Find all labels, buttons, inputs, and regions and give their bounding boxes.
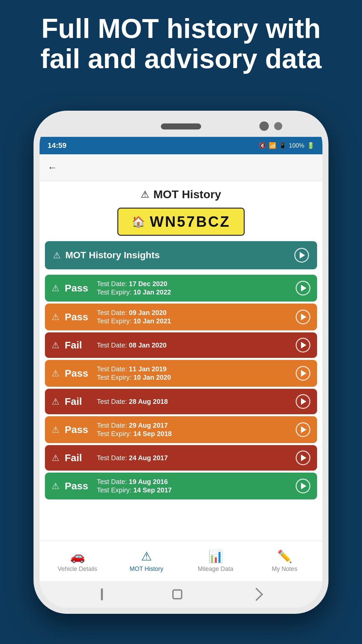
nav-icon-vehicle-details: 🚗 [70,549,85,564]
mot-hazard-icon: ⚠ [52,425,59,435]
nav-item-vehicle-details[interactable]: 🚗Vehicle Details [43,549,112,573]
nav-icon-my-notes: ✏️ [277,549,292,564]
mot-result-label: Fail [65,339,92,351]
mot-row-play-button[interactable] [296,422,310,437]
battery-icon: 🔋 [307,142,314,149]
mot-hazard-icon: ⚠ [52,481,59,491]
screen-content: ⚠ MOT History 🏠 WN57BCZ ⚠ MOT History In… [40,181,322,541]
nav-icon-mileage-data: 📊 [208,549,223,564]
front-camera [259,121,269,131]
nav-label-mileage-data: Mileage Data [198,566,233,573]
speaker [161,123,201,129]
front-camera2 [274,122,282,130]
mot-expiry-date: Test Expiry: 14 Sep 2018 [97,430,172,438]
mot-result-label: Pass [65,480,92,492]
wifi-icon: 📶 [269,142,276,149]
garage-icon: 🏠 [132,215,145,228]
insights-hazard-icon: ⚠ [53,250,61,261]
license-plate: 🏠 WN57BCZ [117,208,245,236]
nav-item-my-notes[interactable]: ✏️My Notes [250,549,319,573]
mot-test-date: Test Date: 28 Aug 2018 [97,398,168,406]
mot-result-label: Pass [65,424,92,435]
nav-icon-mot-history: ⚠ [141,549,152,564]
mot-result-label: Fail [65,396,92,407]
signal-icon: 📱 [279,142,286,149]
mot-test-date: Test Date: 19 Aug 2016 [97,478,172,486]
bottom-nav: 🚗Vehicle Details⚠MOT History📊Mileage Dat… [40,541,322,581]
mot-title-section: ⚠ MOT History [40,181,322,204]
mot-list: ⚠PassTest Date: 17 Dec 2020Test Expiry: … [40,272,322,502]
insights-banner[interactable]: ⚠ MOT History Insights [45,241,317,269]
mot-row[interactable]: ⚠PassTest Date: 19 Aug 2016Test Expiry: … [45,473,317,499]
mot-result-label: Pass [65,311,92,323]
mot-expiry-date: Test Expiry: 10 Jan 2020 [97,374,171,381]
gesture-chevron [250,588,263,601]
mot-expiry-date: Test Expiry: 10 Jan 2021 [97,317,171,325]
mot-row[interactable]: ⚠PassTest Date: 09 Jan 2020Test Expiry: … [45,304,317,330]
mot-row-play-button[interactable] [296,338,310,353]
mot-hazard-icon: ⚠ [52,453,59,463]
page-headline: Full MOT history with fail and advisory … [0,13,362,74]
gesture-line [101,588,103,600]
phone-inner: 14:59 🔇 📶 📱 100% 🔋 ← ⚠ MOT History [40,117,322,608]
mot-result-label: Pass [65,368,92,379]
nav-label-vehicle-details: Vehicle Details [58,566,97,573]
mot-row-play-button[interactable] [296,394,310,409]
status-icons: 🔇 📶 📱 100% 🔋 [259,142,314,149]
status-bar: 14:59 🔇 📶 📱 100% 🔋 [40,137,322,154]
mot-title-hazard-icon: ⚠ [141,189,149,200]
phone-frame: 14:59 🔇 📶 📱 100% 🔋 ← ⚠ MOT History [34,111,328,614]
mot-test-date: Test Date: 08 Jan 2020 [97,341,167,349]
mot-hazard-icon: ⚠ [52,368,59,379]
status-time: 14:59 [48,141,66,150]
mot-result-label: Pass [65,282,92,294]
mot-row[interactable]: ⚠PassTest Date: 17 Dec 2020Test Expiry: … [45,275,317,302]
nav-header: ← [40,154,322,181]
nav-item-mot-history[interactable]: ⚠MOT History [112,549,181,573]
nav-label-my-notes: My Notes [272,566,297,573]
battery-label: 100% [289,142,304,149]
mute-icon: 🔇 [259,142,266,149]
mot-hazard-icon: ⚠ [52,396,59,407]
mot-expiry-date: Test Expiry: 10 Jan 2022 [97,288,171,296]
back-button[interactable]: ← [48,162,57,173]
mot-row-play-button[interactable] [296,366,310,381]
mot-row[interactable]: ⚠PassTest Date: 11 Jan 2019Test Expiry: … [45,360,317,387]
mot-row[interactable]: ⚠FailTest Date: 08 Jan 2020 [45,332,317,358]
mot-title-text: MOT History [153,188,221,201]
mot-test-date: Test Date: 29 Aug 2017 [97,422,172,429]
mot-test-date: Test Date: 24 Aug 2017 [97,454,168,462]
mot-row-play-button[interactable] [296,479,310,493]
nav-item-mileage-data[interactable]: 📊Mileage Data [181,549,250,573]
mot-hazard-icon: ⚠ [52,312,59,322]
insights-play-button[interactable] [294,248,309,263]
mot-row-play-button[interactable] [296,450,310,465]
mot-test-date: Test Date: 11 Jan 2019 [97,365,171,373]
mot-row-play-button[interactable] [296,281,310,296]
gesture-square [172,589,182,599]
mot-row[interactable]: ⚠FailTest Date: 28 Aug 2018 [45,389,317,414]
mot-test-date: Test Date: 17 Dec 2020 [97,280,171,288]
mot-row[interactable]: ⚠FailTest Date: 24 Aug 2017 [45,445,317,471]
mot-test-date: Test Date: 09 Jan 2020 [97,309,171,317]
license-plate-container: 🏠 WN57BCZ [40,204,322,241]
nav-label-mot-history: MOT History [130,566,164,573]
mot-expiry-date: Test Expiry: 14 Sep 2017 [97,486,172,494]
mot-result-label: Fail [65,452,92,464]
mot-row-play-button[interactable] [296,310,310,324]
insights-text: MOT History Insights [65,250,160,261]
mot-hazard-icon: ⚠ [52,340,59,351]
phone-top-bar [40,117,322,137]
mot-hazard-icon: ⚠ [52,283,59,293]
phone-gesture-bar [40,581,322,608]
mot-row[interactable]: ⚠PassTest Date: 29 Aug 2017Test Expiry: … [45,416,317,443]
plate-number: WN57BCZ [150,213,231,230]
insights-left: ⚠ MOT History Insights [53,250,160,261]
